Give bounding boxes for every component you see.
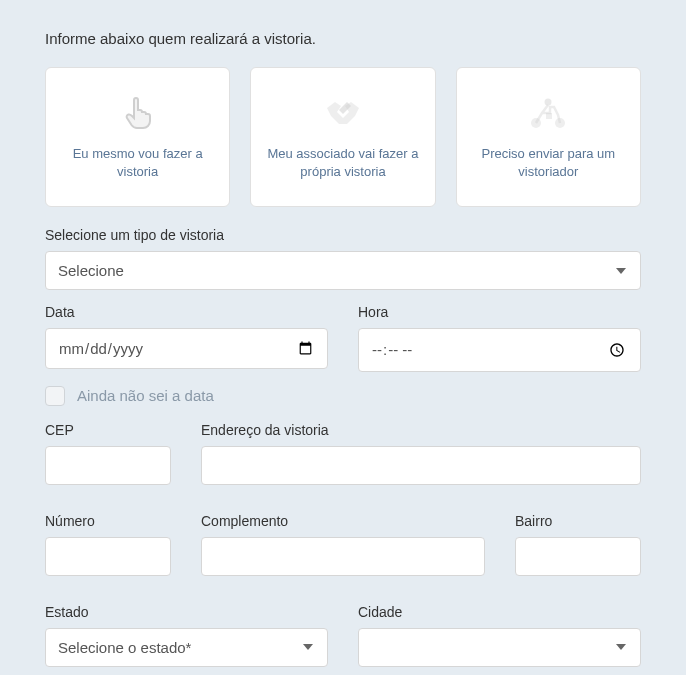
complemento-label: Complemento [201, 513, 485, 529]
estado-select[interactable]: Selecione o estado* [45, 628, 328, 667]
checkbox-date-label: Ainda não sei a data [77, 387, 214, 404]
select-type-label: Selecione um tipo de vistoria [45, 227, 641, 243]
card-self-label: Eu mesmo vou fazer a vistoria [60, 145, 215, 180]
estado-label: Estado [45, 604, 328, 620]
time-input[interactable] [358, 328, 641, 372]
card-associate-label: Meu associado vai fazer a própria vistor… [265, 145, 420, 180]
svg-point-2 [545, 99, 552, 106]
numero-label: Número [45, 513, 171, 529]
endereco-label: Endereço da vistoria [201, 422, 641, 438]
cep-label: CEP [45, 422, 171, 438]
card-self[interactable]: Eu mesmo vou fazer a vistoria [45, 67, 230, 207]
date-input[interactable] [45, 328, 328, 369]
checkbox-date-row[interactable]: Ainda não sei a data [45, 386, 641, 406]
pointer-icon [123, 95, 153, 131]
cidade-label: Cidade [358, 604, 641, 620]
checkbox-date-box[interactable] [45, 386, 65, 406]
card-inspector-label: Preciso enviar para um vistoriador [471, 145, 626, 180]
select-type-dropdown[interactable]: Selecione [45, 251, 641, 290]
cidade-select[interactable] [358, 628, 641, 667]
date-label: Data [45, 304, 328, 320]
card-inspector[interactable]: Preciso enviar para um vistoriador [456, 67, 641, 207]
who-cards-row: Eu mesmo vou fazer a vistoria Meu associ… [45, 67, 641, 207]
handshake-icon [323, 95, 363, 131]
time-label: Hora [358, 304, 641, 320]
instruction-text: Informe abaixo quem realizará a vistoria… [45, 30, 641, 47]
bairro-label: Bairro [515, 513, 641, 529]
complemento-input[interactable] [201, 537, 485, 576]
card-associate[interactable]: Meu associado vai fazer a própria vistor… [250, 67, 435, 207]
endereco-input[interactable] [201, 446, 641, 485]
cep-input[interactable] [45, 446, 171, 485]
motorcycle-icon [528, 95, 568, 131]
bairro-input[interactable] [515, 537, 641, 576]
numero-input[interactable] [45, 537, 171, 576]
